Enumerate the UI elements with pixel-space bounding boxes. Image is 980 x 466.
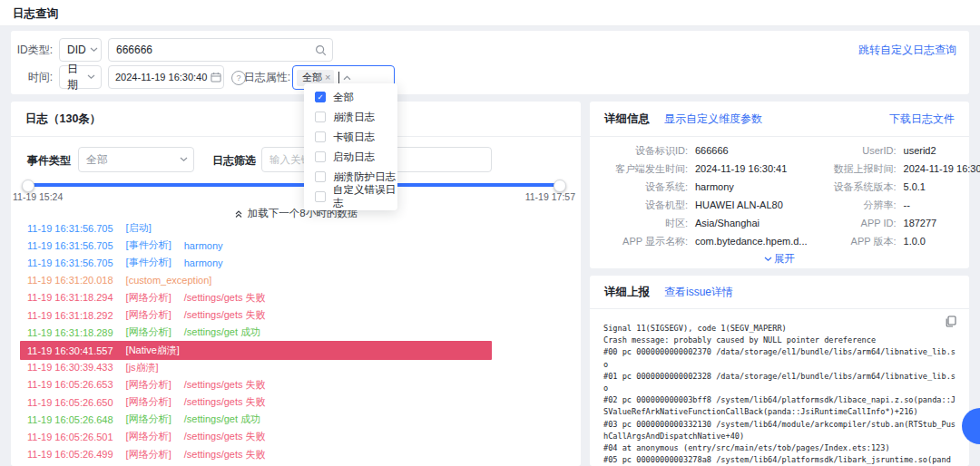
checkbox[interactable] — [315, 151, 326, 162]
id-search-input[interactable] — [109, 44, 311, 56]
log-row[interactable]: 11-19 16:05:26.650 [网络分析] /settings/gets… — [20, 393, 492, 411]
log-time: 11-19 16:05:26.653 — [27, 379, 113, 390]
detail-field: UserID: userid2 — [808, 141, 980, 160]
show-custom-params-link[interactable]: 显示自定义维度参数 — [664, 112, 762, 127]
range-end-label: 11-19 17:57 — [525, 191, 575, 202]
log-tag: [启动] — [126, 221, 152, 235]
crash-stack-text: Signal 11(SIGSEGV), code 1(SEGV_MAPERR) … — [603, 323, 963, 466]
log-tag: [网络分析] — [126, 378, 172, 392]
date-value: 2024-11-19 16:30:40 — [109, 72, 207, 83]
search-icon[interactable] — [315, 44, 327, 56]
log-time: 11-19 16:31:18.294 — [27, 292, 113, 303]
log-attr-dropdown: 全部 崩溃日志 卡顿日志 启动日志 崩溃防护日志 自定义错误日志 — [304, 83, 397, 210]
log-tag: [网络分析] — [126, 430, 172, 443]
slider-handle-right[interactable] — [554, 180, 566, 192]
log-time: 11-19 16:31:18.289 — [27, 327, 113, 338]
checkbox[interactable] — [315, 131, 326, 142]
field-value: com.bytedance.hpem.d... — [695, 236, 808, 247]
expand-button[interactable]: 展开 — [590, 252, 969, 266]
log-time: 11-19 16:05:26.499 — [27, 449, 113, 460]
chevron-down-icon — [87, 74, 95, 80]
log-panel: 日志（130条） 事件类型 全部 日志筛选 11-19 15:24 11-19 … — [11, 102, 581, 466]
field-value: 2024-11-19 16:30:41 — [695, 163, 787, 174]
detail-field: 数据上报时间: 2024-11-19 16:30:46 — [808, 160, 980, 178]
keyword-filter-label: 日志筛选 — [212, 153, 256, 169]
field-label: APP 版本: — [808, 235, 897, 248]
checkbox[interactable] — [315, 171, 326, 182]
log-detail: /settings/gets 失败 — [184, 378, 266, 392]
id-search-box — [108, 38, 333, 62]
field-value: 666666 — [695, 145, 729, 156]
log-row[interactable]: 11-19 16:31:18.292 [网络分析] /settings/gets… — [20, 306, 492, 324]
filter-card: ID类型: DID 跳转自定义日志查询 时间: 日期 2024-11-19 16… — [11, 31, 969, 94]
dropdown-option[interactable]: 卡顿日志 — [304, 127, 397, 147]
field-label: 数据上报时间: — [808, 162, 897, 176]
dropdown-option[interactable]: 启动日志 — [304, 147, 397, 167]
option-label: 全部 — [333, 91, 354, 104]
report-panel: 详细上报 查看issue详情 Signal 11(SIGSEGV), code … — [590, 276, 969, 466]
log-tag: [网络分析] — [126, 291, 172, 305]
log-time: 11-19 16:31:18.292 — [27, 310, 113, 321]
detail-field: APP 显示名称: com.bytedance.hpem.d... — [599, 232, 808, 250]
remove-tag-icon[interactable]: × — [325, 73, 330, 82]
view-issue-link[interactable]: 查看issue详情 — [664, 285, 733, 300]
id-type-select[interactable]: DID — [59, 38, 102, 62]
load-more-button[interactable]: 加载下一个8小时的数据 — [11, 207, 581, 220]
detail-field: 设备机型: HUAWEI ALN-AL80 — [599, 196, 808, 214]
dropdown-option[interactable]: 全部 — [304, 87, 397, 107]
log-detail: /settings/gets 失败 — [184, 448, 266, 461]
log-panel-title: 日志（130条） — [25, 112, 101, 127]
field-label: APP 显示名称: — [599, 235, 688, 248]
detail-panel-header: 详细信息 显示自定义维度参数 下载日志文件 — [590, 102, 969, 137]
calendar-icon — [211, 72, 221, 83]
page-title: 日志查询 — [13, 6, 58, 22]
log-row[interactable]: 11-19 16:31:18.289 [网络分析] /settings/get … — [20, 324, 492, 341]
field-value: Asia/Shanghai — [695, 218, 760, 228]
field-label: 设备标识ID: — [599, 144, 688, 158]
slider-handle-left[interactable] — [22, 180, 34, 192]
event-type-value: 全部 — [79, 152, 108, 168]
chevron-down-icon — [90, 47, 98, 53]
log-row[interactable]: 11-19 16:30:39.433 [js崩溃] — [20, 359, 492, 376]
log-row[interactable]: 11-19 16:05:26.501 [网络分析] /settings/gets… — [20, 428, 492, 445]
log-row[interactable]: 11-19 16:05:26.653 [网络分析] /settings/gets… — [20, 376, 492, 393]
double-chevron-up-icon — [234, 209, 243, 218]
jump-custom-log-link[interactable]: 跳转自定义日志查询 — [858, 43, 956, 58]
log-row[interactable]: 11-19 16:05:26.499 [网络分析] /settings/gets… — [20, 446, 492, 463]
dropdown-option[interactable]: 崩溃日志 — [304, 107, 397, 127]
log-row[interactable]: 11-19 16:05:26.648 [网络分析] /settings/get … — [20, 411, 492, 428]
download-log-link[interactable]: 下载日志文件 — [889, 112, 955, 127]
log-row[interactable]: 11-19 16:30:41.557 [Native崩溃] — [20, 341, 492, 360]
checkbox[interactable] — [315, 92, 326, 102]
option-label: 崩溃防护日志 — [333, 170, 396, 184]
checkbox[interactable] — [315, 191, 326, 202]
time-label: 时间: — [11, 65, 53, 89]
log-detail: /settings/gets 失败 — [184, 291, 266, 305]
log-tag: [网络分析] — [126, 325, 172, 339]
event-type-select[interactable]: 全部 — [78, 147, 194, 172]
checkbox[interactable] — [315, 112, 326, 122]
log-row[interactable]: 11-19 16:31:56.705 [事件分析] harmony — [20, 237, 492, 254]
log-time: 11-19 16:05:26.501 — [27, 432, 113, 442]
time-slider-track[interactable] — [27, 183, 559, 187]
log-time: 11-19 16:05:26.650 — [27, 397, 113, 408]
field-value: harmony — [695, 181, 734, 192]
field-label: 设备系统版本: — [808, 180, 897, 194]
event-type-label: 事件类型 — [27, 153, 71, 169]
field-value: 2024-11-19 16:30:46 — [904, 163, 980, 174]
option-label: 卡顿日志 — [333, 131, 375, 144]
device-fields: 设备标识ID: 666666 UserID: userid2 客户端发生时间: … — [599, 141, 960, 250]
detail-field: APP ID: 187277 — [808, 214, 980, 232]
date-picker[interactable]: 2024-11-19 16:30:40 — [108, 65, 224, 89]
log-row[interactable]: 11-19 16:31:18.294 [网络分析] /settings/gets… — [20, 289, 492, 306]
field-value: 1.0.0 — [904, 236, 926, 247]
time-mode-select[interactable]: 日期 — [59, 65, 102, 89]
id-type-label: ID类型: — [11, 38, 53, 62]
log-row[interactable]: 11-19 16:31:20.018 [custom_exception] — [20, 272, 492, 289]
field-label: 设备系统: — [599, 180, 688, 194]
log-row[interactable]: 11-19 16:31:56.705 [启动] — [20, 219, 492, 237]
chevron-down-icon — [180, 157, 188, 162]
log-row[interactable]: 11-19 16:31:56.705 [事件分析] harmony — [20, 254, 492, 271]
dropdown-option[interactable]: 自定义错误日志 — [304, 187, 397, 207]
log-detail: /settings/get 成功 — [184, 413, 260, 426]
